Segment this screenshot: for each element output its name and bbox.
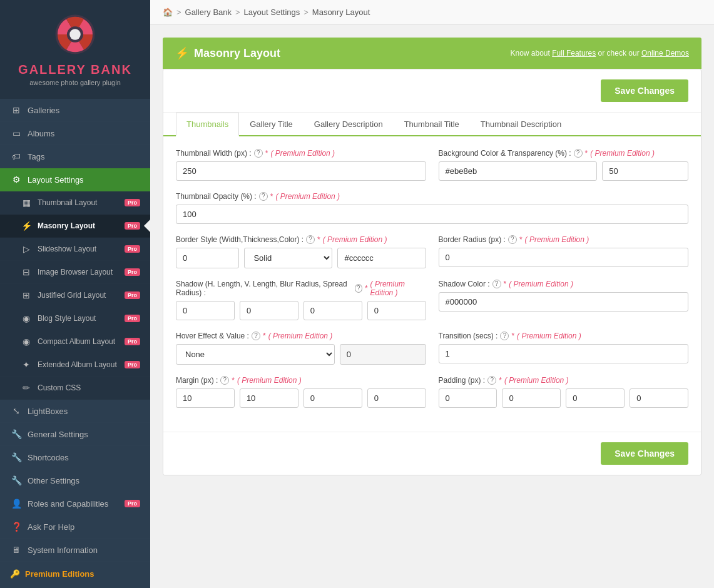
padding-help[interactable]: ? [487,376,496,385]
content-area: ⚡ Masonry Layout Know about Full Feature… [150,25,714,588]
sidebar-logo: GALLERY BANK awesome photo gallery plugi… [0,0,150,99]
border-style-select[interactable]: Solid Dashed Dotted Double None [244,248,332,268]
full-features-link[interactable]: Full Features [552,49,596,58]
galleries-icon: ⊞ [10,105,23,115]
form-row-5: Hover Effect & Value : ? * ( Premium Edi… [176,332,688,365]
shortcodes-icon: 🔧 [10,452,23,462]
breadcrumb-masonry-layout: Masonry Layout [312,8,370,17]
albums-icon: ▭ [10,128,23,138]
border-style-inputs: Solid Dashed Dotted Double None [176,248,426,268]
margin-group: Margin (px) : ? * ( Premium Edition ) [176,376,426,408]
sidebar-item-system-information[interactable]: 🖥 System Information [0,539,150,562]
margin-bottom-input[interactable] [303,388,362,408]
thumbnail-opacity-input[interactable] [176,205,688,224]
shadow-spread-input[interactable] [367,301,426,320]
sidebar-item-roles-capabilities[interactable]: 👤 Roles and Capabilities Pro [0,492,150,515]
opacity-help[interactable]: ? [259,192,268,201]
padding-top-input[interactable] [439,388,497,408]
shadow-color-help[interactable]: ? [492,280,501,288]
border-radius-group: Border Radius (px) : ? * ( Premium Editi… [439,235,689,268]
lightboxes-icon: ⤡ [10,406,23,416]
sidebar-item-justified-grid-layout[interactable]: ⊞ Justified Grid Layout Pro [0,284,150,307]
bg-transparency-input[interactable] [602,161,688,181]
transition-group: Transition (secs) : ? * ( Premium Editio… [439,332,689,365]
shadow-h-input[interactable] [176,301,235,320]
page-title: ⚡ Masonry Layout [175,46,280,60]
save-changes-button-bottom[interactable]: Save Changes [601,442,688,465]
thumbnail-opacity-label: Thumbnail Opacity (%) : ? * ( Premium Ed… [176,192,688,201]
sidebar-item-shortcodes[interactable]: 🔧 Shortcodes [0,446,150,469]
sidebar-item-general-settings[interactable]: 🔧 General Settings [0,423,150,446]
hover-effect-select[interactable]: None Zoom In Zoom Out Rotate Blur Graysc… [176,344,335,365]
shadow-blur-input[interactable] [303,301,362,320]
sidebar-item-extended-album-layout[interactable]: ✦ Extended Album Layout Pro [0,353,150,377]
bg-color-help[interactable]: ? [574,149,583,158]
sidebar-item-layout-settings[interactable]: ⚙ Layout Settings [0,168,150,191]
premium-label: Premium Editions [25,569,94,579]
transition-help[interactable]: ? [500,332,509,340]
border-color-input[interactable] [337,248,426,268]
hover-effect-help[interactable]: ? [252,332,260,340]
main-panel: Save Changes Thumbnails Gallery Title Ga… [163,69,701,475]
svg-point-1 [69,29,81,40]
ask-for-help-icon: ❓ [10,522,23,532]
tab-thumbnails[interactable]: Thumbnails [176,113,239,136]
padding-inputs [439,388,689,408]
sidebar-item-blog-style-layout[interactable]: ◉ Blog Style Layout Pro [0,307,150,330]
tab-gallery-title[interactable]: Gallery Title [239,113,303,136]
sidebar-item-custom-css[interactable]: ✏ Custom CSS [0,377,150,400]
breadcrumb: 🏠 > Gallery Bank > Layout Settings > Mas… [150,0,714,25]
sidebar-item-albums[interactable]: ▭ Albums [0,122,150,145]
transition-label: Transition (secs) : ? * ( Premium Editio… [439,332,689,340]
save-changes-button-top[interactable]: Save Changes [601,79,688,102]
sidebar-item-masonry-layout[interactable]: ⚡ Masonry Layout Pro [0,215,150,238]
thumbnail-width-input[interactable] [176,161,426,181]
sidebar-item-compact-album-layout[interactable]: ◉ Compact Album Layout Pro [0,330,150,353]
tab-thumbnail-description[interactable]: Thumbnail Description [470,113,572,136]
margin-top-input[interactable] [176,388,235,408]
border-style-help[interactable]: ? [306,235,315,244]
shadow-v-input[interactable] [240,301,298,320]
custom-css-icon: ✏ [20,383,33,393]
margin-left-input[interactable] [367,388,426,408]
border-radius-input[interactable] [439,248,689,267]
active-arrow [144,220,150,232]
layout-settings-label: Layout Settings [28,175,84,185]
online-demos-link[interactable]: Online Demos [641,49,689,58]
border-radius-help[interactable]: ? [508,235,517,244]
page-header-links: Know about Full Features or check our On… [510,49,689,58]
padding-left-input[interactable] [630,388,688,408]
roles-icon: 👤 [10,499,23,509]
margin-right-input[interactable] [240,388,298,408]
sidebar-item-galleries[interactable]: ⊞ Galleries [0,99,150,122]
thumbnail-width-help[interactable]: ? [254,149,263,158]
margin-help[interactable]: ? [220,376,229,385]
sidebar-item-other-settings[interactable]: 🔧 Other Settings [0,469,150,492]
lightboxes-label: LightBoxes [28,407,68,416]
shadow-color-input[interactable] [439,292,689,312]
sidebar-item-tags[interactable]: 🏷 Tags [0,145,150,168]
shadow-help[interactable]: ? [355,284,362,293]
blog-style-pro-badge: Pro [125,315,140,322]
transition-input[interactable] [439,344,689,363]
sidebar-item-image-browser-layout[interactable]: ⊟ Image Browser Layout Pro [0,261,150,284]
padding-bottom-input[interactable] [566,388,625,408]
tab-thumbnail-title[interactable]: Thumbnail Title [394,113,470,136]
extended-album-label: Extended Album Layout [38,360,117,369]
breadcrumb-layout-settings: Layout Settings [244,8,300,17]
extended-album-icon: ✦ [20,360,33,370]
border-style-group: Border Style (Width,Thickness,Color) : ?… [176,235,426,268]
sidebar-item-ask-for-help[interactable]: ❓ Ask For Help [0,515,150,539]
border-width-input[interactable] [176,248,239,268]
brand-tagline: awesome photo gallery plugin [29,79,121,86]
shadow-inputs [176,301,426,320]
bg-color-input[interactable] [439,161,598,181]
sidebar-item-slideshow-layout[interactable]: ▷ Slideshow Layout Pro [0,238,150,261]
tab-gallery-description[interactable]: Gallery Description [303,113,394,136]
sidebar-item-lightboxes[interactable]: ⤡ LightBoxes [0,400,150,423]
margin-inputs [176,388,426,408]
hover-value-input[interactable] [340,344,426,365]
padding-right-input[interactable] [502,388,561,408]
sidebar-premium-editions[interactable]: 🔑 Premium Editions [0,562,150,586]
sidebar-item-thumbnail-layout[interactable]: ▦ Thumbnail Layout Pro [0,191,150,215]
